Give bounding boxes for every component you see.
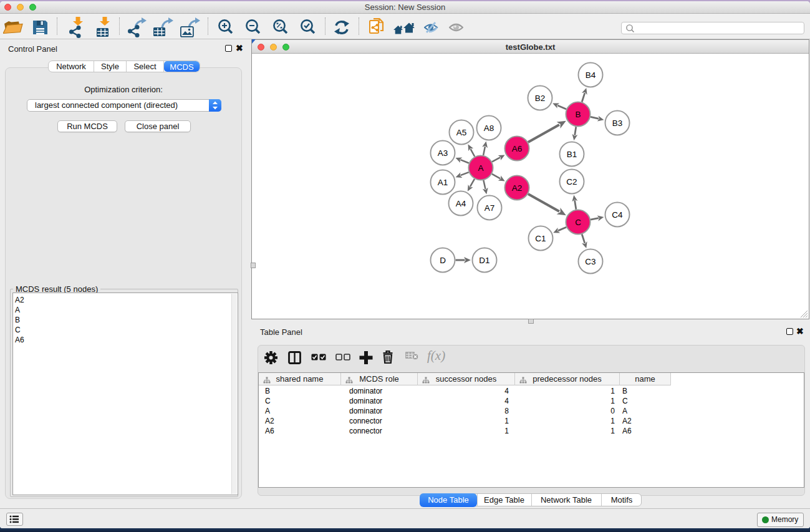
svg-text:C1: C1 (535, 234, 546, 243)
svg-text:A5: A5 (456, 128, 467, 137)
svg-text:C2: C2 (566, 177, 577, 186)
svg-text:C: C (575, 218, 581, 227)
svg-text:A4: A4 (456, 199, 466, 208)
svg-text:B2: B2 (535, 94, 546, 103)
svg-text:A: A (478, 163, 483, 173)
svg-text:B1: B1 (567, 150, 577, 159)
svg-text:A7: A7 (485, 203, 495, 213)
svg-text:A6: A6 (512, 144, 523, 153)
svg-text:D: D (440, 256, 446, 265)
svg-text:B3: B3 (612, 118, 623, 128)
svg-text:C3: C3 (585, 257, 595, 266)
svg-text:C4: C4 (612, 210, 623, 220)
svg-text:D1: D1 (479, 256, 489, 265)
svg-text:B4: B4 (586, 70, 596, 80)
svg-text:A2: A2 (512, 183, 523, 193)
svg-text:B: B (575, 110, 581, 119)
svg-text:A1: A1 (438, 178, 448, 187)
svg-text:A8: A8 (484, 123, 494, 133)
svg-text:A3: A3 (438, 148, 448, 158)
